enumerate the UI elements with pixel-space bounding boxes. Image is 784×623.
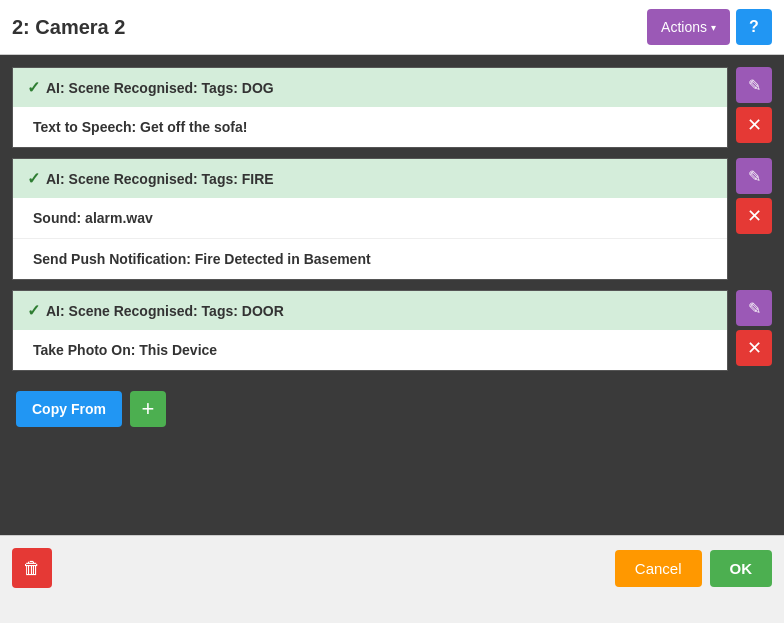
page-title: 2: Camera 2 (12, 16, 125, 39)
footer: 🗑 Cancel OK (0, 535, 784, 600)
rule-condition-1: AI: Scene Recognised: Tags: DOG (46, 80, 274, 96)
rule-inner-1: ✓ AI: Scene Recognised: Tags: DOG Text t… (12, 67, 728, 148)
rule-action-row-3a: Take Photo On: This Device (13, 330, 727, 370)
edit-rule-1-button[interactable]: ✎ (736, 67, 772, 103)
cancel-label: Cancel (635, 560, 682, 577)
copy-from-button[interactable]: Copy From (16, 391, 122, 427)
help-button[interactable]: ? (736, 9, 772, 45)
rule-body-3: Take Photo On: This Device (13, 330, 727, 370)
actions-button[interactable]: Actions ▾ (647, 9, 730, 45)
help-label: ? (749, 18, 759, 35)
main-area: ✓ AI: Scene Recognised: Tags: DOG Text t… (0, 55, 784, 535)
close-icon-2: ✕ (747, 205, 762, 227)
delete-rule-2-button[interactable]: ✕ (736, 198, 772, 234)
rule-side-buttons-1: ✎ ✕ (736, 67, 772, 143)
rule-header-3: ✓ AI: Scene Recognised: Tags: DOOR (13, 291, 727, 330)
rule-action-row: Text to Speech: Get off the sofa! (13, 107, 727, 147)
trash-icon: 🗑 (23, 558, 41, 579)
bottom-toolbar: Copy From + (12, 381, 772, 437)
header: 2: Camera 2 Actions ▾ ? (0, 0, 784, 55)
edit-rule-3-button[interactable]: ✎ (736, 290, 772, 326)
rule-body-1: Text to Speech: Get off the sofa! (13, 107, 727, 147)
check-icon-2: ✓ (27, 169, 40, 188)
rule-action-row-2b: Send Push Notification: Fire Detected in… (13, 239, 727, 279)
rule-inner-2: ✓ AI: Scene Recognised: Tags: FIRE Sound… (12, 158, 728, 280)
delete-rule-3-button[interactable]: ✕ (736, 330, 772, 366)
actions-label: Actions (661, 19, 707, 35)
footer-right: Cancel OK (615, 550, 772, 587)
edit-rule-2-button[interactable]: ✎ (736, 158, 772, 194)
header-buttons: Actions ▾ ? (647, 9, 772, 45)
rule-body-2: Sound: alarm.wav Send Push Notification:… (13, 198, 727, 279)
rule-side-buttons-2: ✎ ✕ (736, 158, 772, 234)
close-icon-1: ✕ (747, 114, 762, 136)
rule-header-2: ✓ AI: Scene Recognised: Tags: FIRE (13, 159, 727, 198)
edit-icon-3: ✎ (748, 299, 761, 318)
copy-from-label: Copy From (32, 401, 106, 417)
cancel-button[interactable]: Cancel (615, 550, 702, 587)
close-icon-3: ✕ (747, 337, 762, 359)
rule-condition-2: AI: Scene Recognised: Tags: FIRE (46, 171, 274, 187)
rule-action-row-2a: Sound: alarm.wav (13, 198, 727, 239)
ok-button[interactable]: OK (710, 550, 773, 587)
add-icon: + (141, 396, 154, 422)
delete-main-button[interactable]: 🗑 (12, 548, 52, 588)
delete-rule-1-button[interactable]: ✕ (736, 107, 772, 143)
add-rule-button[interactable]: + (130, 391, 166, 427)
rule-header-1: ✓ AI: Scene Recognised: Tags: DOG (13, 68, 727, 107)
chevron-down-icon: ▾ (711, 22, 716, 33)
rule-card: ✓ AI: Scene Recognised: Tags: DOG Text t… (12, 67, 772, 148)
ok-label: OK (730, 560, 753, 577)
rule-card-3: ✓ AI: Scene Recognised: Tags: DOOR Take … (12, 290, 772, 371)
check-icon-1: ✓ (27, 78, 40, 97)
check-icon-3: ✓ (27, 301, 40, 320)
edit-icon-1: ✎ (748, 76, 761, 95)
edit-icon-2: ✎ (748, 167, 761, 186)
rule-inner-3: ✓ AI: Scene Recognised: Tags: DOOR Take … (12, 290, 728, 371)
rule-side-buttons-3: ✎ ✕ (736, 290, 772, 366)
rule-condition-3: AI: Scene Recognised: Tags: DOOR (46, 303, 284, 319)
rule-card-2: ✓ AI: Scene Recognised: Tags: FIRE Sound… (12, 158, 772, 280)
